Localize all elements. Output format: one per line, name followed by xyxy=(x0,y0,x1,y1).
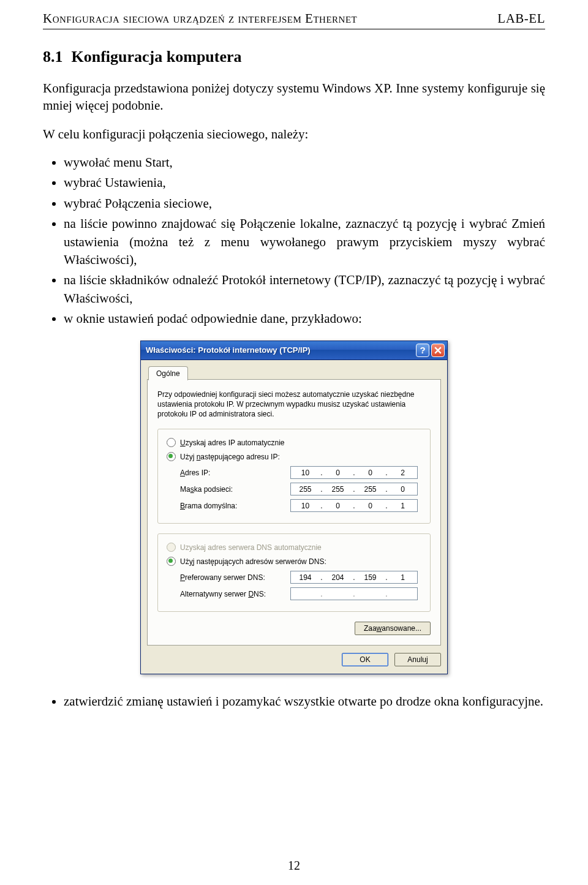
subnet-mask-label: Maska podsieci: xyxy=(180,485,290,494)
running-head-right: LAB-EL xyxy=(497,11,545,26)
alternate-dns-input[interactable]: . . . xyxy=(290,587,418,600)
post-dialog-list: zatwierdzić zmianę ustawień i pozamykać … xyxy=(43,693,545,710)
section-title: Konfiguracja komputera xyxy=(72,48,242,66)
tab-general[interactable]: Ogólne xyxy=(148,366,188,380)
list-item: na liście powinno znajdować się Połączen… xyxy=(64,215,545,269)
list-item: wybrać Ustawienia, xyxy=(64,174,545,192)
dialog-titlebar[interactable]: Właściwości: Protokół internetowy (TCP/I… xyxy=(141,341,447,360)
cancel-button[interactable]: Anuluj xyxy=(394,653,441,666)
subnet-mask-row: Maska podsieci: 255. 255. 255. 0 xyxy=(180,483,421,495)
alternate-dns-row: Alternatywny serwer DNS: . . . xyxy=(180,587,421,600)
gateway-label: Brama domyślna: xyxy=(180,502,290,510)
list-item: wybrać Połączenia sieciowe, xyxy=(64,195,545,213)
tcpip-properties-dialog: Właściwości: Protokół internetowy (TCP/I… xyxy=(140,341,448,675)
close-button[interactable] xyxy=(431,344,445,357)
ip-address-label: Adres IP: xyxy=(180,469,290,477)
close-icon xyxy=(434,347,442,354)
gateway-row: Brama domyślna: 10. 0. 0. 1 xyxy=(180,499,421,512)
help-button[interactable]: ? xyxy=(416,344,429,357)
ip-address-input[interactable]: 10. 0. 0. 2 xyxy=(290,466,418,479)
list-item: na liście składników odnaleźć Protokół i… xyxy=(64,271,545,307)
header-rule xyxy=(43,29,545,29)
radio-ip-manual[interactable] xyxy=(167,452,176,461)
radio-dns-manual-label: Użyj następujących adresów serwerów DNS: xyxy=(180,557,326,566)
tab-strip: Ogólne xyxy=(147,365,441,380)
section-number: 8.1 xyxy=(43,48,63,66)
radio-dns-auto-row: Uzyskaj adres serwera DNS automatycznie xyxy=(167,543,421,552)
ip-group: UUzyskaj adres IP automatyczniezyskaj ad… xyxy=(157,429,431,524)
preferred-dns-row: Preferowany serwer DNS: 194. 204. 159. 1 xyxy=(180,571,421,584)
steps-list: wywołać menu Start, wybrać Ustawienia, w… xyxy=(43,154,545,328)
ip-address-row: Adres IP: 10. 0. 0. 2 xyxy=(180,466,421,479)
radio-dns-auto-label: Uzyskaj adres serwera DNS automatycznie xyxy=(180,543,322,552)
advanced-button[interactable]: Zaawansowane... xyxy=(355,622,431,635)
radio-dns-auto xyxy=(167,543,176,552)
tab-panel-general: Przy odpowiedniej konfiguracji sieci moż… xyxy=(147,379,441,646)
radio-dns-manual-row[interactable]: Użyj następujących adresów serwerów DNS: xyxy=(167,557,421,566)
help-icon: ? xyxy=(420,345,425,355)
ok-button[interactable]: OK xyxy=(342,653,388,666)
page-number: 12 xyxy=(0,859,588,873)
intro-text: Przy odpowiedniej konfiguracji sieci moż… xyxy=(157,390,431,420)
dns-group: Uzyskaj adres serwera DNS automatycznie … xyxy=(157,533,431,612)
preferred-dns-label: Preferowany serwer DNS: xyxy=(180,573,290,582)
radio-ip-manual-row[interactable]: Użyj następującego adresu IP: xyxy=(167,452,421,461)
dialog-title: Właściwości: Protokół internetowy (TCP/I… xyxy=(146,345,414,355)
paragraph-2: W celu konfiguracji połączenia siecioweg… xyxy=(43,126,545,143)
radio-ip-auto-row[interactable]: UUzyskaj adres IP automatyczniezyskaj ad… xyxy=(167,438,421,447)
alternate-dns-label: Alternatywny serwer DNS: xyxy=(180,590,290,598)
radio-ip-auto[interactable] xyxy=(167,438,176,447)
gateway-input[interactable]: 10. 0. 0. 1 xyxy=(290,499,418,512)
radio-ip-manual-label: Użyj następującego adresu IP: xyxy=(180,453,280,461)
list-item: w oknie ustawień podać odpowiednie dane,… xyxy=(64,310,545,328)
preferred-dns-input[interactable]: 194. 204. 159. 1 xyxy=(290,571,418,584)
running-head-left: Konfiguracja sieciowa urządzeń z interfe… xyxy=(43,11,357,26)
subnet-mask-input[interactable]: 255. 255. 255. 0 xyxy=(290,483,418,495)
paragraph-1: Konfiguracja przedstawiona poniżej dotyc… xyxy=(43,80,545,115)
section-heading: 8.1Konfiguracja komputera xyxy=(43,48,545,66)
list-item: wywołać menu Start, xyxy=(64,154,545,171)
list-item: zatwierdzić zmianę ustawień i pozamykać … xyxy=(64,693,545,710)
radio-dns-manual[interactable] xyxy=(167,557,176,566)
radio-ip-auto-label: UUzyskaj adres IP automatyczniezyskaj ad… xyxy=(180,439,285,447)
